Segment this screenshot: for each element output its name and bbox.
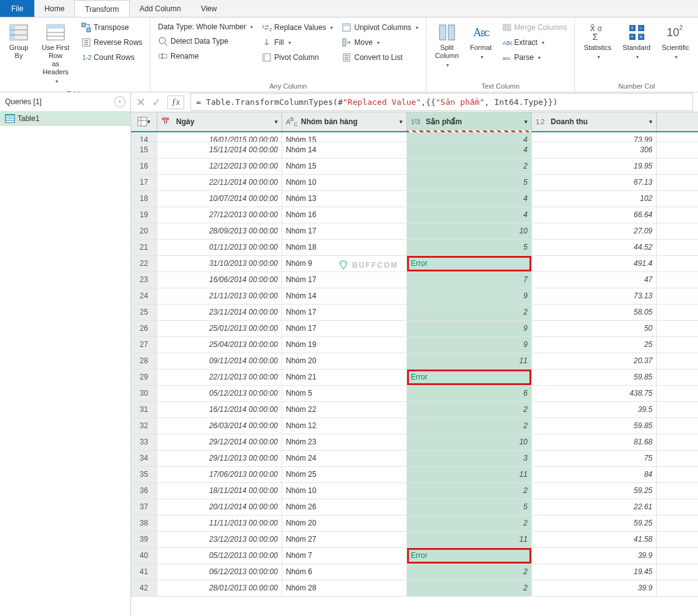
col-header-nhom[interactable]: ABCNhóm bán hàng▾ xyxy=(282,112,407,131)
table-row[interactable]: 1515/11/2014 00:00:00Nhóm 144306 xyxy=(131,142,698,159)
cell-doanhthu[interactable]: 58.05 xyxy=(532,305,657,320)
cell-ngay[interactable]: 16/11/2014 00:00:00 xyxy=(157,402,282,418)
transpose-button[interactable]: Transpose xyxy=(79,21,145,34)
row-number[interactable]: 20 xyxy=(131,223,157,239)
cell-ngay[interactable]: 29/12/2014 00:00:00 xyxy=(157,434,282,450)
row-number[interactable]: 37 xyxy=(131,499,157,515)
cell-ngay[interactable]: 28/09/2013 00:00:00 xyxy=(157,223,282,239)
cell-ngay[interactable]: 25/04/2013 00:00:00 xyxy=(157,337,282,353)
query-item[interactable]: Table1 xyxy=(0,111,130,126)
accept-icon[interactable]: ✓ xyxy=(152,95,161,109)
cell-sanpham[interactable]: 9 xyxy=(407,288,532,304)
table-row[interactable]: 2625/01/2013 00:00:00Nhóm 17950 xyxy=(131,321,698,337)
cell-nhom[interactable]: Nhóm 17 xyxy=(282,272,407,288)
cell-doanhthu[interactable]: 491.4 xyxy=(532,256,657,271)
cell-doanhthu[interactable]: 19.95 xyxy=(532,159,657,174)
table-row[interactable]: 2922/11/2013 00:00:00Nhóm 21Error59.85 xyxy=(131,369,698,386)
cell-nhom[interactable]: Nhóm 27 xyxy=(282,532,407,547)
col-header-ngay[interactable]: 📅Ngày▾ xyxy=(157,112,282,131)
cell-ngay[interactable]: 10/07/2014 00:00:00 xyxy=(157,191,282,207)
cell-doanhthu[interactable]: 41.58 xyxy=(532,532,657,547)
row-number[interactable]: 33 xyxy=(131,434,157,450)
cell-nhom[interactable]: Nhóm 25 xyxy=(282,467,407,482)
cell-doanhthu[interactable]: 44.52 xyxy=(532,240,657,255)
col-header-sanpham[interactable]: 1²3Sản phẩm▾ xyxy=(407,112,532,131)
row-number[interactable]: 15 xyxy=(131,142,157,158)
cell-nhom[interactable]: Nhóm 10 xyxy=(282,175,407,190)
cell-ngay[interactable]: 28/01/2013 00:00:00 xyxy=(157,580,282,596)
cell-ngay[interactable]: 22/11/2014 00:00:00 xyxy=(157,175,282,190)
row-number[interactable]: 17 xyxy=(131,175,157,190)
cell-doanhthu[interactable]: 39.5 xyxy=(532,402,657,418)
cell-doanhthu[interactable]: 438.75 xyxy=(532,386,657,401)
tab-view[interactable]: View xyxy=(191,0,227,17)
cell-nhom[interactable]: Nhóm 10 xyxy=(282,483,407,499)
table-row[interactable]: 1416/01/2015 00:00:00Nhóm 15473.99 xyxy=(131,132,698,142)
cell-sanpham[interactable]: 2 xyxy=(407,305,532,320)
table-row[interactable]: 4106/12/2013 00:00:00Nhóm 6219.45 xyxy=(131,564,698,580)
table-row[interactable]: 4005/12/2013 00:00:00Nhóm 7Error39.9 xyxy=(131,548,698,564)
cell-ngay[interactable]: 25/01/2013 00:00:00 xyxy=(157,321,282,336)
count-rows-button[interactable]: 1-2Count Rows xyxy=(79,51,145,64)
cell-sanpham[interactable]: Error xyxy=(407,369,532,385)
table-row[interactable]: 3923/12/2013 00:00:00Nhóm 271141.58 xyxy=(131,532,698,548)
cell-sanpham[interactable]: 6 xyxy=(407,386,532,401)
row-number[interactable]: 16 xyxy=(131,159,157,174)
row-number[interactable]: 14 xyxy=(131,132,157,142)
table-row[interactable]: 2231/10/2013 00:00:00Nhóm 9Error491.4 xyxy=(131,256,698,272)
table-row[interactable]: 1927/12/2013 00:00:00Nhóm 16466.64 xyxy=(131,207,698,223)
table-row[interactable]: 4228/01/2013 00:00:00Nhóm 28239.9 xyxy=(131,580,698,597)
format-button[interactable]: ABCFormat xyxy=(466,20,496,81)
cell-sanpham[interactable]: 2 xyxy=(407,159,532,174)
table-row[interactable]: 3811/11/2013 00:00:00Nhóm 20259.25 xyxy=(131,516,698,532)
cell-doanhthu[interactable]: 59.25 xyxy=(532,516,657,531)
pivot-button[interactable]: Pivot Column xyxy=(259,51,335,64)
cell-doanhthu[interactable]: 59.25 xyxy=(532,483,657,499)
row-number[interactable]: 22 xyxy=(131,256,157,271)
cell-doanhthu[interactable]: 59.85 xyxy=(532,418,657,434)
cell-doanhthu[interactable]: 25 xyxy=(532,337,657,353)
collapse-queries-icon[interactable]: ‹ xyxy=(114,96,125,107)
row-number[interactable]: 28 xyxy=(131,353,157,369)
cell-nhom[interactable]: Nhóm 5 xyxy=(282,386,407,401)
cell-nhom[interactable]: Nhóm 16 xyxy=(282,207,407,223)
cell-sanpham[interactable]: 4 xyxy=(407,132,532,142)
tab-transform[interactable]: Transform xyxy=(74,0,129,17)
row-number[interactable]: 29 xyxy=(131,369,157,385)
row-number[interactable]: 38 xyxy=(131,516,157,531)
cell-doanhthu[interactable]: 73.99 xyxy=(532,132,657,142)
row-number[interactable]: 19 xyxy=(131,207,157,223)
cell-ngay[interactable]: 21/11/2013 00:00:00 xyxy=(157,288,282,304)
cell-doanhthu[interactable]: 81.68 xyxy=(532,434,657,450)
cell-sanpham[interactable]: 4 xyxy=(407,191,532,207)
statistics-button[interactable]: X̄σΣStatistics xyxy=(580,20,615,81)
row-number[interactable]: 23 xyxy=(131,272,157,288)
cell-sanpham[interactable]: 10 xyxy=(407,434,532,450)
row-number[interactable]: 26 xyxy=(131,321,157,336)
parse-button[interactable]: abcParse xyxy=(499,51,570,64)
cell-nhom[interactable]: Nhóm 24 xyxy=(282,451,407,466)
standard-button[interactable]: +−÷×Standard xyxy=(619,20,654,81)
cell-doanhthu[interactable]: 39.9 xyxy=(532,548,657,564)
cell-doanhthu[interactable]: 73.13 xyxy=(532,288,657,304)
cell-ngay[interactable]: 06/12/2013 00:00:00 xyxy=(157,564,282,580)
rename-button[interactable]: Rename xyxy=(155,50,255,62)
cell-nhom[interactable]: Nhóm 15 xyxy=(282,132,407,142)
table-row[interactable]: 2421/11/2013 00:00:00Nhóm 14973.13 xyxy=(131,288,698,305)
cell-ngay[interactable]: 09/11/2014 00:00:00 xyxy=(157,353,282,369)
cell-ngay[interactable]: 11/11/2013 00:00:00 xyxy=(157,516,282,531)
cell-doanhthu[interactable]: 50 xyxy=(532,321,657,336)
cell-ngay[interactable]: 16/01/2015 00:00:00 xyxy=(157,132,282,142)
cell-sanpham[interactable]: 2 xyxy=(407,516,532,531)
cell-sanpham[interactable]: 5 xyxy=(407,240,532,255)
row-number[interactable]: 18 xyxy=(131,191,157,207)
table-row[interactable]: 2028/09/2013 00:00:00Nhóm 171027.09 xyxy=(131,223,698,240)
cell-ngay[interactable]: 29/11/2013 00:00:00 xyxy=(157,451,282,466)
row-number[interactable]: 25 xyxy=(131,305,157,320)
merge-columns-button[interactable]: Merge Columns xyxy=(499,21,570,34)
col-header-doanhthu[interactable]: 1.2Doanh thu▾ xyxy=(532,112,657,131)
cell-doanhthu[interactable]: 39.9 xyxy=(532,580,657,596)
cell-doanhthu[interactable]: 59.85 xyxy=(532,369,657,385)
cell-doanhthu[interactable]: 102 xyxy=(532,191,657,207)
cell-ngay[interactable]: 26/03/2014 00:00:00 xyxy=(157,418,282,434)
